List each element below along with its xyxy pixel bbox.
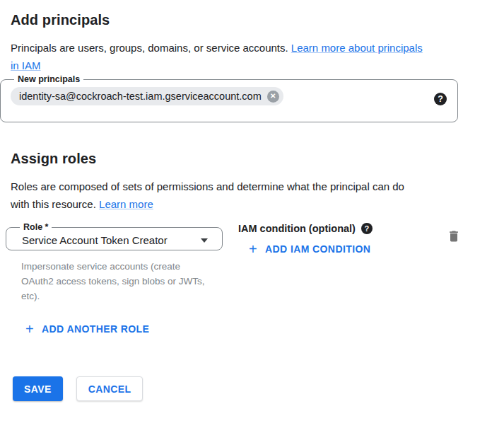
iam-condition-column: IAM condition (optional) ? + ADD IAM CON… [238,222,373,257]
dropdown-arrow-icon [201,238,208,243]
add-another-role-label: ADD ANOTHER ROLE [42,323,149,335]
add-iam-condition-button[interactable]: + ADD IAM CONDITION [249,243,370,255]
new-principals-help-icon[interactable]: ? [434,93,447,105]
cancel-button[interactable]: CANCEL [76,376,143,401]
principals-description: Principals are users, groups, domains, o… [11,39,470,74]
role-assignment-row: Role * Service Account Token Creator Imp… [6,222,504,304]
trash-icon [447,229,461,243]
roles-description-line1: Roles are composed of sets of permission… [11,180,404,192]
page-title: Add principals [0,0,504,28]
chip-remove-icon[interactable]: ✕ [267,91,279,103]
save-button[interactable]: SAVE [13,376,63,401]
iam-condition-label-row: IAM condition (optional) ? [238,223,373,234]
role-helper-text: Impersonate service accounts (create OAu… [21,259,213,304]
assign-roles-title: Assign roles [11,151,504,167]
principal-chip[interactable]: identity-sa@cockroach-test.iam.gservicea… [11,87,283,105]
role-label: Role * [20,222,52,232]
role-selected-value: Service Account Token Creator [22,234,168,246]
add-another-role-button[interactable]: + ADD ANOTHER ROLE [25,323,149,335]
learn-more-principals-link-line2: in IAM [11,59,41,71]
iam-condition-help-icon[interactable]: ? [361,223,373,234]
iam-condition-label: IAM condition (optional) [238,223,356,234]
delete-role-column [447,222,461,246]
learn-more-principals-link-line1: Learn more about principals [291,42,423,54]
role-column: Role * Service Account Token Creator Imp… [6,222,223,304]
principal-chip-text: identity-sa@cockroach-test.iam.gservicea… [19,91,262,102]
plus-icon: + [25,323,34,335]
roles-description: Roles are composed of sets of permission… [11,178,470,213]
new-principals-field[interactable]: New principals identity-sa@cockroach-tes… [0,74,458,122]
action-buttons: SAVE CANCEL [13,376,504,401]
new-principals-label: New principals [14,74,83,84]
roles-learn-more-link[interactable]: Learn more [99,198,153,210]
role-select-inner[interactable]: Service Account Token Creator [15,232,213,246]
role-select[interactable]: Role * Service Account Token Creator [6,222,223,250]
principals-description-text: Principals are users, groups, domains, o… [11,42,291,54]
delete-role-button[interactable] [447,229,461,243]
add-iam-condition-label: ADD IAM CONDITION [265,243,370,255]
plus-icon: + [249,243,257,255]
add-principals-panel: Add principals Principals are users, gro… [0,0,504,401]
roles-description-line2: with this resource. [11,198,99,210]
